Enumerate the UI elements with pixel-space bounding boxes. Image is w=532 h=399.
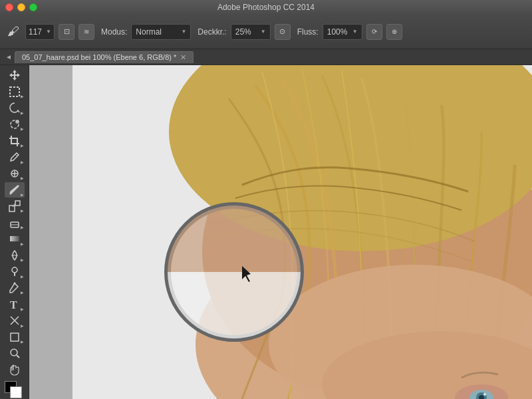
left-tool-clone[interactable]: ▶ [5, 199, 25, 214]
quickselect-icon [9, 118, 21, 130]
tab-scroll-arrow[interactable]: ◄ [5, 53, 12, 61]
left-tool-zoom[interactable] [5, 346, 25, 361]
marquee-icon [9, 86, 21, 98]
airbrush-enable-icon: ⟳ [372, 28, 377, 35]
gradient-icon [9, 233, 21, 245]
tab-close-button[interactable]: ✕ [180, 53, 186, 62]
mode-dropdown[interactable]: Normal ▼ [131, 24, 191, 40]
svg-point-18 [11, 349, 17, 356]
flow-arrow: ▼ [352, 29, 358, 35]
svg-rect-32 [29, 65, 72, 399]
quickselect-arrow: ▶ [21, 126, 24, 131]
dodge-arrow: ▶ [21, 274, 24, 279]
clone-arrow: ▶ [21, 208, 24, 213]
left-tool-move[interactable] [5, 68, 25, 83]
left-tool-crop[interactable]: ▶ [5, 133, 25, 148]
canvas-area[interactable] [29, 65, 532, 399]
pressure-opacity-button[interactable]: ⊙ [275, 24, 291, 40]
svg-rect-17 [11, 333, 19, 341]
app-title: Adobe Photoshop CC 2014 [217, 3, 315, 12]
brush-icon [9, 184, 21, 196]
pathselect-icon [9, 315, 21, 327]
tablet-pressure-button[interactable]: ⊕ [386, 24, 402, 40]
active-tab[interactable]: 05_07_haare.psd bei 100% (Ebene 6, RGB/8… [15, 51, 194, 63]
pen-icon [9, 282, 21, 294]
left-tool-lasso[interactable]: ▶ [5, 100, 25, 116]
eraser-arrow: ▶ [21, 225, 24, 229]
airbrush-enable-button[interactable]: ⟳ [366, 24, 382, 40]
eraser-icon [9, 217, 21, 229]
shape-arrow: ▶ [21, 339, 24, 344]
svg-point-2 [11, 120, 19, 128]
left-tool-eraser[interactable]: ▶ [5, 215, 25, 230]
brush-tool-icon: 🖌 [5, 23, 21, 41]
left-tool-brush[interactable]: ▶ [5, 182, 25, 198]
titlebar: Adobe Photoshop CC 2014 [0, 0, 532, 15]
opacity-control[interactable]: 25% ▼ [231, 24, 271, 40]
eyedropper-arrow: ▶ [21, 160, 24, 164]
left-tool-shape[interactable]: ▶ [5, 330, 25, 345]
mode-dropdown-arrow: ▼ [181, 29, 186, 35]
hand-icon [9, 364, 21, 376]
left-tool-pen[interactable]: ▶ [5, 281, 25, 296]
window-controls [5, 3, 37, 11]
clone-icon [9, 200, 21, 212]
left-tool-marquee[interactable]: ▶ [5, 84, 25, 100]
marquee-arrow: ▶ [21, 94, 24, 98]
opacity-label: Deckkr.: [198, 27, 226, 37]
blur-icon [9, 249, 21, 261]
left-tool-eyedropper[interactable]: ▶ [5, 150, 25, 165]
left-tool-pathselect[interactable]: ▶ [5, 313, 25, 329]
background-color[interactable] [10, 386, 22, 398]
svg-point-8 [9, 193, 11, 195]
svg-line-4 [15, 154, 17, 156]
pathselect-arrow: ▶ [21, 323, 24, 328]
minimize-button[interactable] [17, 3, 25, 11]
pressure-opacity-icon: ⊙ [279, 27, 285, 36]
zoom-icon [9, 347, 21, 359]
brush-circle-overlay [168, 205, 301, 338]
foreground-background-colors[interactable] [5, 381, 25, 396]
type-arrow: ▶ [21, 307, 24, 311]
brush-mode-icon-btn[interactable]: ≋ [78, 24, 94, 40]
close-button[interactable] [5, 3, 13, 11]
svg-rect-1 [10, 87, 19, 96]
mode-value: Normal [136, 27, 162, 37]
maximize-button[interactable] [29, 3, 37, 11]
left-tool-blur[interactable]: ▶ [5, 248, 25, 263]
svg-point-31 [483, 393, 486, 396]
flow-control[interactable]: 100% ▼ [323, 24, 362, 40]
lasso-icon [9, 102, 21, 114]
brush-size-control[interactable]: 117 ▼ [25, 24, 55, 40]
main-area: ▶ ▶ ▶ ▶ ▶ ▶ ▶ [0, 65, 532, 399]
svg-rect-11 [10, 236, 19, 241]
type-icon: T [9, 299, 21, 311]
svg-point-15 [13, 283, 15, 285]
opacity-value: 25% [235, 27, 251, 37]
tabbar: ◄ 05_07_haare.psd bei 100% (Ebene 6, RGB… [0, 49, 532, 65]
crop-icon [9, 135, 21, 147]
left-tool-type[interactable]: T ▶ [5, 297, 25, 312]
brush-size-value: 117 [29, 27, 42, 37]
shape-icon [9, 331, 21, 343]
brush-preset-button[interactable]: ⊡ [59, 24, 74, 40]
airbrush-icon: ≋ [84, 28, 89, 35]
move-icon [9, 69, 21, 81]
brush-preset-icon: ⊡ [64, 27, 70, 36]
left-tool-hand[interactable] [5, 362, 25, 378]
eyedropper-icon [9, 151, 21, 163]
healing-icon [9, 168, 21, 180]
left-tool-dodge[interactable]: ▶ [5, 264, 25, 279]
pen-arrow: ▶ [21, 290, 24, 295]
brush-size-arrow: ▼ [46, 29, 51, 35]
left-tool-healing[interactable]: ▶ [5, 166, 25, 182]
left-tool-gradient[interactable]: ▶ [5, 231, 25, 247]
dodge-icon [9, 265, 21, 277]
flow-value: 100% [327, 27, 348, 37]
flow-label: Fluss: [297, 27, 319, 37]
blur-arrow: ▶ [21, 257, 24, 262]
left-tool-quickselect[interactable]: ▶ [5, 117, 25, 132]
photo-canvas [29, 65, 532, 399]
brush-arrow: ▶ [21, 192, 24, 197]
svg-point-13 [12, 267, 17, 273]
